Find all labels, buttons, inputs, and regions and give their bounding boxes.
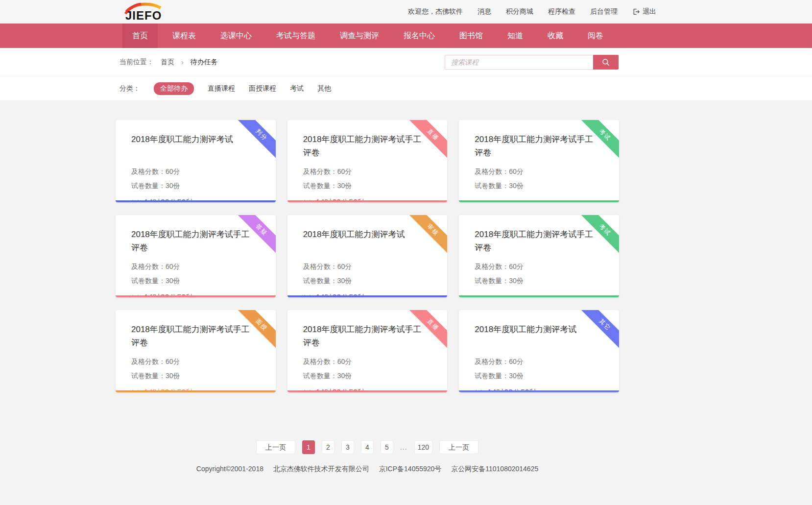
card-ribbon: 面授 xyxy=(237,310,276,349)
task-card[interactable]: 答疑2018年度职工能力测评考试手工评卷及格分数：60分试卷数量：30份14时2… xyxy=(116,215,276,297)
card-paper-count: 试卷数量：30份 xyxy=(475,277,604,286)
countdown-label: 14时23分59秒 xyxy=(487,388,537,392)
pagination-next-button[interactable]: 上一页 xyxy=(439,440,478,454)
clock-icon xyxy=(303,199,311,202)
filter-bar: 分类： 全部待办直播课程面授课程考试其他 xyxy=(0,76,812,100)
search-input[interactable] xyxy=(445,55,593,70)
nav-item-8[interactable]: 知道 xyxy=(498,24,533,48)
card-paper-count: 试卷数量：30份 xyxy=(131,182,261,191)
task-card-grid: 判分2018年度职工能力测评考试及格分数：60分试卷数量：30份14时23分59… xyxy=(116,120,619,392)
ribbon-label: 直播 xyxy=(408,310,447,349)
card-paper-count: 试卷数量：30份 xyxy=(475,372,604,381)
task-card[interactable]: 直播2018年度职工能力测评考试手工评卷及格分数：60分试卷数量：30份14时2… xyxy=(287,120,448,202)
welcome-text: 欢迎您，杰佛软件 xyxy=(408,7,463,16)
task-card[interactable]: 考试2018年度职工能力测评考试手工评卷及格分数：60分试卷数量：30份 xyxy=(459,215,619,297)
card-countdown: 14时23分59秒 xyxy=(303,293,433,297)
ribbon-label: 审核 xyxy=(408,215,447,254)
pagination-page-5[interactable]: 5 xyxy=(381,440,393,454)
topbar-link-points-mall[interactable]: 积分商城 xyxy=(506,7,533,16)
task-card[interactable]: 其它2018年度职工能力测评考试及格分数：60分试卷数量：30份14时23分59… xyxy=(459,310,619,392)
search-button[interactable] xyxy=(593,55,619,70)
nav-item-10[interactable]: 阅卷 xyxy=(578,24,613,48)
card-countdown: 14时23分59秒 xyxy=(475,388,604,392)
task-card[interactable]: 直播2018年度职工能力测评考试手工评卷及格分数：60分试卷数量：30份14时2… xyxy=(287,310,448,392)
card-pass-score: 及格分数：60分 xyxy=(131,358,261,366)
pagination-page-1[interactable]: 1 xyxy=(302,440,315,454)
nav-item-1[interactable]: 首页 xyxy=(122,24,158,48)
filter-item-3[interactable]: 面授课程 xyxy=(249,84,276,93)
card-title: 2018年度职工能力测评考试手工评卷 xyxy=(303,323,426,352)
nav-item-5[interactable]: 调查与测评 xyxy=(330,24,389,48)
pagination-page-2[interactable]: 2 xyxy=(322,440,334,454)
card-title: 2018年度职工能力测评考试手工评卷 xyxy=(475,228,597,257)
filter-item-4[interactable]: 考试 xyxy=(290,84,304,93)
ribbon-label: 其它 xyxy=(580,310,619,349)
card-paper-count: 试卷数量：30份 xyxy=(303,277,433,286)
pagination-page-last[interactable]: 120 xyxy=(414,440,432,454)
pagination-ellipsis: ... xyxy=(400,443,407,451)
breadcrumb-current: 待办任务 xyxy=(191,58,218,67)
task-card[interactable]: 面授2018年度职工能力测评考试手工评卷及格分数：60分试卷数量：30份14时2… xyxy=(116,310,276,392)
topbar-link-program-check[interactable]: 程序检查 xyxy=(548,7,575,16)
card-pass-score: 及格分数：60分 xyxy=(475,358,604,366)
task-card[interactable]: 判分2018年度职工能力测评考试及格分数：60分试卷数量：30份14时23分59… xyxy=(116,120,276,202)
countdown-label: 14时23分59秒 xyxy=(144,198,193,202)
footer: Copyright©2001-2018 北京杰佛软件技术开发有限公司 京ICP备… xyxy=(116,465,619,474)
card-ribbon: 直播 xyxy=(408,310,447,349)
topbar-link-admin[interactable]: 后台管理 xyxy=(590,7,618,16)
main-nav: 首页课程表选课中心考试与答题调查与测评报名中心图书馆知道收藏阅卷 xyxy=(0,24,812,48)
breadcrumb-home-link[interactable]: 首页 xyxy=(161,58,174,67)
card-pass-score: 及格分数：60分 xyxy=(303,168,433,176)
filter-label: 分类： xyxy=(119,84,140,93)
ribbon-label: 面授 xyxy=(237,310,276,349)
card-paper-count: 试卷数量：30份 xyxy=(303,372,433,381)
countdown-label: 14时23分59秒 xyxy=(316,293,365,297)
card-title: 2018年度职工能力测评考试手工评卷 xyxy=(475,133,597,162)
card-ribbon: 其它 xyxy=(580,310,619,349)
pagination: 上一页12345...120上一页 xyxy=(116,440,619,454)
pagination-page-3[interactable]: 3 xyxy=(341,440,354,454)
ribbon-label: 答疑 xyxy=(237,215,276,254)
nav-item-7[interactable]: 图书馆 xyxy=(450,24,493,48)
task-card[interactable]: 审核2018年度职工能力测评考试及格分数：60分试卷数量：30份14时23分59… xyxy=(287,215,448,297)
pagination-prev-button[interactable]: 上一页 xyxy=(256,440,295,454)
nav-item-9[interactable]: 收藏 xyxy=(538,24,573,48)
card-countdown: 14时23分59秒 xyxy=(303,388,433,392)
card-ribbon: 判分 xyxy=(237,120,276,159)
jiefo-logo[interactable]: JIEFO xyxy=(116,2,167,22)
footer-icp: 京ICP备14055920号 xyxy=(379,465,442,473)
filter-item-1[interactable]: 全部待办 xyxy=(154,82,194,95)
search-box xyxy=(445,55,619,70)
card-paper-count: 试卷数量：30份 xyxy=(131,372,261,381)
topbar: JIEFO 欢迎您，杰佛软件 消息 积分商城 程序检查 后台管理 退出 xyxy=(0,0,812,24)
logout-button[interactable]: 退出 xyxy=(632,7,656,16)
clock-icon xyxy=(131,389,140,392)
card-title: 2018年度职工能力测评考试 xyxy=(475,323,597,352)
filter-item-5[interactable]: 其他 xyxy=(317,84,331,93)
ribbon-label: 直播 xyxy=(408,120,447,159)
logout-label: 退出 xyxy=(643,7,656,16)
card-ribbon: 审核 xyxy=(408,215,447,254)
filter-item-2[interactable]: 直播课程 xyxy=(208,84,235,93)
nav-item-2[interactable]: 课程表 xyxy=(163,24,206,48)
card-ribbon: 答疑 xyxy=(237,215,276,254)
clock-icon xyxy=(303,294,311,297)
logout-icon xyxy=(632,8,640,16)
card-paper-count: 试卷数量：30份 xyxy=(303,182,433,191)
card-paper-count: 试卷数量：30份 xyxy=(131,277,261,286)
nav-item-3[interactable]: 选课中心 xyxy=(211,24,262,48)
topbar-link-messages[interactable]: 消息 xyxy=(478,7,491,16)
card-title: 2018年度职工能力测评考试手工评卷 xyxy=(131,228,254,257)
countdown-label: 14时23分59秒 xyxy=(144,293,193,297)
nav-item-4[interactable]: 考试与答题 xyxy=(266,24,325,48)
pagination-page-4[interactable]: 4 xyxy=(361,440,374,454)
card-countdown: 14时23分59秒 xyxy=(131,198,261,202)
nav-item-6[interactable]: 报名中心 xyxy=(394,24,445,48)
card-countdown: 14时23分59秒 xyxy=(131,388,261,392)
card-title: 2018年度职工能力测评考试 xyxy=(131,133,254,162)
card-countdown: 14时23分59秒 xyxy=(303,198,433,202)
card-paper-count: 试卷数量：30份 xyxy=(475,182,604,191)
breadcrumb-bar: 当前位置： 首页 › 待办任务 xyxy=(0,48,812,76)
card-countdown: 14时23分59秒 xyxy=(131,293,261,297)
task-card[interactable]: 考试2018年度职工能力测评考试手工评卷及格分数：60分试卷数量：30份 xyxy=(459,120,619,202)
